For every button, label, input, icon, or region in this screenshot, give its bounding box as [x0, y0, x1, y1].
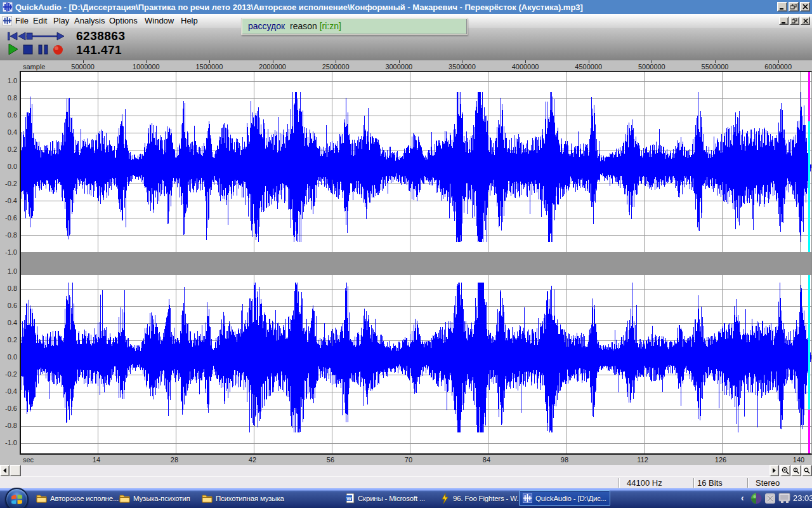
sample-tick-label: 1500000 — [195, 63, 223, 70]
dictionary-popup: рассудок reason [ri:zn] — [241, 18, 468, 35]
amplitude-tick-label: 1.0 — [8, 77, 17, 84]
record-button[interactable] — [53, 44, 63, 55]
sec-tick-label: 56 — [327, 456, 334, 464]
waveform-channel-right[interactable] — [21, 275, 811, 453]
stop-button[interactable] — [23, 44, 33, 55]
taskbar-item-label: Музыка-психотип — [133, 495, 190, 502]
restore-button[interactable] — [789, 2, 799, 11]
amplitude-tick-label: 0.0 — [8, 163, 17, 170]
mdi-close-button[interactable] — [801, 17, 810, 25]
sample-tick-label: 5000000 — [638, 63, 665, 70]
taskbar-item-2[interactable]: Музыка-психотип — [119, 491, 190, 505]
popup-translation: reason — [290, 21, 317, 31]
popup-transcription: [ri:zn] — [320, 21, 341, 31]
waveform-plot: 1.00.80.60.40.20.0-0.2-0.4-0.6-0.8-1.01.… — [0, 71, 812, 455]
sec-tick-label: 70 — [405, 456, 412, 464]
amplitude-tick-label: -0.2 — [5, 370, 17, 378]
scroll-left-button[interactable] — [0, 465, 10, 476]
scroll-right-button[interactable] — [769, 465, 779, 476]
horizontal-scrollbar[interactable] — [0, 465, 812, 476]
amplitude-tick-label: 0.2 — [8, 145, 17, 153]
tray-x-icon[interactable] — [764, 493, 776, 504]
zoom-reset-button[interactable] — [802, 465, 812, 476]
window-title: QuickAudio - [D:\Диссертация\Практика по… — [15, 3, 583, 12]
amplitude-tick-label: -1.0 — [5, 248, 17, 256]
amplitude-tick-label: 0.0 — [8, 353, 17, 361]
cursor-line-magenta — [808, 72, 810, 121]
menu-edit[interactable]: Edit — [33, 16, 47, 25]
word-icon: W — [346, 493, 355, 504]
app-icon — [3, 2, 13, 12]
sample-tick-label: 4000000 — [512, 63, 539, 70]
menu-file[interactable]: File — [15, 16, 29, 25]
taskbar-item-4[interactable]: WСкрины - Microsoft ... — [346, 491, 425, 505]
amplitude-tick-label: -0.4 — [5, 197, 17, 204]
seconds-ruler[interactable]: sec 14284256708498112126140 — [0, 455, 812, 465]
taskbar-item-5[interactable]: 96. Foo Fighters - W... — [440, 491, 522, 505]
taskbar-item-label: Авторское исполне... — [50, 495, 119, 502]
taskbar-item-1[interactable]: Авторское исполне... — [36, 491, 119, 505]
tray-display-icon[interactable] — [778, 493, 790, 504]
menu-help[interactable]: Help — [181, 16, 198, 25]
sec-tick-label: 28 — [171, 456, 178, 464]
menu-analysis[interactable]: Analysis — [74, 16, 105, 25]
minimize-button[interactable] — [777, 2, 787, 11]
sample-tick-label: 2000000 — [259, 63, 286, 70]
amplitude-tick-label: 0.6 — [8, 302, 17, 309]
taskbar-item-label: 96. Foo Fighters - W... — [453, 495, 522, 502]
sample-ruler[interactable]: sample 500000100000015000002000000250000… — [0, 60, 812, 71]
amplitude-tick-label: -1.0 — [5, 439, 17, 446]
sample-tick-label: 3500000 — [449, 63, 476, 70]
quickaudio-icon — [523, 493, 532, 503]
taskbar: Авторское исполне...Музыка-психотипПсихо… — [0, 488, 812, 508]
amplitude-tick-label: 1.0 — [8, 267, 17, 275]
sec-tick-label: 126 — [715, 456, 726, 464]
waveform-channel-left[interactable] — [21, 72, 811, 252]
seconds-ruler-label: sec — [23, 456, 34, 464]
sample-tick-label: 1000000 — [133, 63, 160, 70]
tray-media-icon[interactable] — [750, 493, 762, 504]
sample-tick-label: 4500000 — [575, 63, 602, 70]
mdi-restore-button[interactable] — [790, 17, 799, 25]
status-sample-rate: 44100 Hz — [627, 478, 662, 488]
cursor-line-magenta-lower — [808, 410, 810, 453]
sec-tick-label: 98 — [561, 456, 568, 464]
cursor-line-cyan-lower — [808, 275, 810, 410]
zoom-in-button[interactable] — [780, 465, 790, 476]
sample-tick-label: 3000000 — [385, 63, 412, 70]
play-button[interactable] — [8, 43, 19, 55]
sample-position-counter: 6238863 — [76, 29, 125, 43]
amplitude-tick-label: -0.8 — [5, 422, 17, 429]
sample-ruler-label: sample — [23, 63, 45, 70]
popup-word: рассудок — [248, 21, 285, 31]
zoom-out-button[interactable] — [791, 465, 801, 476]
amplitude-tick-label: 0.2 — [8, 336, 17, 344]
mdi-minimize-button[interactable] — [779, 17, 789, 25]
seek-slider[interactable] — [8, 31, 66, 41]
scrollbar-thumb[interactable] — [10, 465, 21, 476]
tray-chevron-icon[interactable]: ‹ — [741, 493, 744, 503]
amplitude-tick-label: -0.6 — [5, 404, 17, 412]
amplitude-axis: 1.00.80.60.40.20.0-0.2-0.4-0.6-0.8-1.01.… — [0, 71, 20, 455]
quickaudio-window: { "window": { "title": "QuickAudio - [D:… — [0, 0, 812, 508]
amplitude-tick-label: -0.6 — [5, 214, 17, 222]
pause-button[interactable] — [38, 44, 48, 55]
sample-tick-label: 6000000 — [764, 63, 792, 70]
menu-play[interactable]: Play — [53, 16, 69, 25]
close-button[interactable] — [800, 2, 810, 11]
start-button[interactable] — [5, 488, 29, 508]
sample-tick-label: 2500000 — [322, 63, 350, 70]
svg-text:W: W — [346, 495, 351, 501]
status-mode: Stereo — [756, 478, 780, 488]
taskbar-item-3[interactable]: Психотипная музыка — [202, 491, 284, 505]
title-bar: QuickAudio - [D:\Диссертация\Практика по… — [0, 0, 812, 14]
status-bar: 44100 Hz 16 Bits Stereo — [0, 476, 812, 488]
menu-window[interactable]: Window — [145, 16, 174, 25]
menu-options[interactable]: Options — [109, 16, 138, 25]
folder-icon — [202, 494, 213, 503]
sec-tick-label: 42 — [249, 456, 256, 464]
sec-tick-label: 14 — [93, 456, 100, 464]
taskbar-item-6[interactable]: QuickAudio - [D:\Дис... — [519, 490, 610, 506]
sec-tick-label: 84 — [483, 456, 490, 464]
taskbar-clock: 23:03 — [793, 493, 812, 503]
